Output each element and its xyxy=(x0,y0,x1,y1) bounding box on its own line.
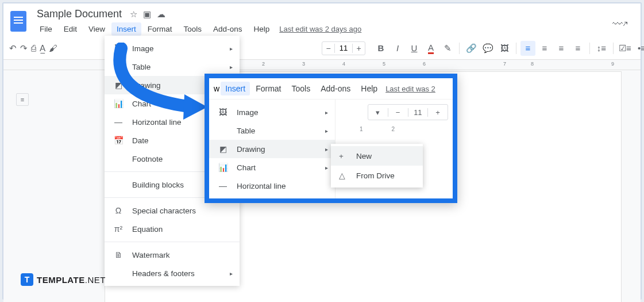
separator xyxy=(613,43,614,54)
bold-button[interactable]: B xyxy=(373,41,388,56)
align-justify-button[interactable]: ≡ xyxy=(570,41,585,56)
last-edit-link[interactable]: Last edit was 2 days ago xyxy=(279,25,361,33)
font-size-value[interactable]: 11 xyxy=(335,44,352,52)
paint-format-button[interactable]: 🖌 xyxy=(49,41,57,56)
underline-button[interactable]: U xyxy=(407,41,422,56)
print-button[interactable]: ⎙ xyxy=(31,41,36,56)
ruler[interactable]: 2 3 4 5 6 7 8 9 xyxy=(3,60,641,70)
move-icon[interactable]: ▣ xyxy=(143,9,151,20)
label: Drawing xyxy=(132,81,161,90)
align-center-button[interactable]: ≡ xyxy=(537,41,552,56)
callout-insert-drawing[interactable]: ◩ Drawing ▸ xyxy=(209,140,335,158)
dropdown-arrow-icon[interactable]: ▾ xyxy=(368,108,388,117)
label: Footnote xyxy=(132,155,163,163)
spellcheck-button[interactable]: A̲ xyxy=(40,41,45,56)
menu-edit[interactable]: Edit xyxy=(59,22,82,36)
table-icon: ▦ xyxy=(113,61,124,72)
blank-icon xyxy=(113,153,124,165)
menu-insert[interactable]: Insert xyxy=(111,22,141,36)
label: Image xyxy=(132,44,154,53)
highlight-button[interactable]: ✎ xyxy=(440,41,455,56)
chart-icon: 📊 xyxy=(217,162,229,173)
redo-button[interactable]: ↷ xyxy=(20,41,28,56)
template-net-logo: T TEMPLATE.NET xyxy=(21,273,106,286)
callout-menu-addons[interactable]: Add-ons xyxy=(316,82,355,95)
menu-view[interactable]: View xyxy=(83,22,110,36)
watermark-icon: 🗎 xyxy=(113,249,124,261)
undo-button[interactable]: ↶ xyxy=(9,41,17,56)
label: Building blocks xyxy=(132,181,184,189)
font-size-decrease[interactable]: − xyxy=(388,108,408,117)
insert-special-characters[interactable]: Ω Special characters xyxy=(105,201,240,220)
label: Chart xyxy=(132,100,151,108)
insert-image-button[interactable]: 🖼 xyxy=(497,41,512,56)
blank-icon xyxy=(113,179,124,190)
docs-icon[interactable] xyxy=(10,11,26,32)
menu-file[interactable]: File xyxy=(34,22,57,36)
callout-insert-dropdown: 🖼 Image ▸ Table ▸ ◩ Drawing ▸ 📊 Chart xyxy=(209,100,336,198)
italic-button[interactable]: I xyxy=(390,41,405,56)
align-right-button[interactable]: ≡ xyxy=(554,41,569,56)
insert-equation[interactable]: π² Equation xyxy=(105,220,240,238)
font-size-control[interactable]: − 11 + xyxy=(322,41,365,55)
insert-link-button[interactable]: 🔗 xyxy=(464,41,479,56)
cloud-status-icon[interactable]: ☁ xyxy=(157,9,165,20)
menu-view-partial: w xyxy=(214,84,219,93)
date-icon: 📅 xyxy=(113,135,124,146)
callout-font-size-control[interactable]: ▾ − 11 + xyxy=(368,104,448,120)
callout-menu-insert[interactable]: Insert xyxy=(221,82,250,95)
outline-toggle-icon[interactable]: ≡ xyxy=(16,93,29,106)
star-icon[interactable]: ☆ xyxy=(130,9,137,20)
menu-tools[interactable]: Tools xyxy=(179,22,207,36)
font-size-value[interactable]: 11 xyxy=(408,108,429,117)
text-color-button[interactable]: A xyxy=(423,41,438,56)
activity-icon[interactable]: 〰↗ xyxy=(612,18,628,30)
label: Chart xyxy=(237,163,256,172)
label: Watermark xyxy=(132,251,170,259)
omega-icon: Ω xyxy=(113,205,124,216)
titlebar: Sample Document ☆ ▣ ☁ File Edit View Ins… xyxy=(3,3,641,37)
document-title[interactable]: Sample Document xyxy=(34,7,124,21)
submenu-arrow-icon: ▸ xyxy=(325,109,328,116)
callout-menu-help[interactable]: Help xyxy=(356,82,382,95)
separator xyxy=(589,43,590,54)
callout-insert-table[interactable]: Table ▸ xyxy=(209,121,335,140)
callout-insert-image[interactable]: 🖼 Image ▸ xyxy=(209,103,335,121)
bulleted-list-button[interactable]: •≡ xyxy=(634,41,644,56)
label: Table xyxy=(237,127,255,135)
checklist-button[interactable]: ☑≡ xyxy=(618,41,633,56)
blank-icon xyxy=(113,267,124,279)
insert-image[interactable]: 🖼 Image ▸ xyxy=(105,39,240,58)
font-size-increase[interactable]: + xyxy=(428,108,448,117)
line-spacing-button[interactable]: ↕≡ xyxy=(594,41,609,56)
callout-menu-tools[interactable]: Tools xyxy=(287,82,315,95)
callout-lastedit[interactable]: Last edit was 2 xyxy=(385,85,435,93)
menu-format[interactable]: Format xyxy=(142,22,178,36)
callout-insert-hline[interactable]: — Horizontal line xyxy=(209,177,335,195)
insert-watermark[interactable]: 🗎 Watermark xyxy=(105,246,240,264)
label: Image xyxy=(237,108,259,117)
comment-button[interactable]: 💬 xyxy=(480,41,495,56)
drawing-new[interactable]: + New xyxy=(331,146,423,166)
image-icon: 🖼 xyxy=(113,43,124,54)
callout-insert-chart[interactable]: 📊 Chart ▸ xyxy=(209,158,335,177)
callout-menu-format[interactable]: Format xyxy=(251,82,286,95)
font-size-decrease[interactable]: − xyxy=(322,44,335,53)
drawing-icon: ◩ xyxy=(113,79,124,91)
label: Date xyxy=(132,136,149,145)
insert-headers-footers[interactable]: Headers & footers ▸ xyxy=(105,264,240,282)
menu-addons[interactable]: Add-ons xyxy=(208,22,247,36)
font-size-increase[interactable]: + xyxy=(352,44,365,53)
callout-menubar: w Insert Format Tools Add-ons Help Last … xyxy=(209,78,453,100)
menu-divider xyxy=(105,242,240,242)
menu-help[interactable]: Help xyxy=(248,22,275,36)
drawing-from-drive[interactable]: △ From Drive xyxy=(331,166,423,185)
submenu-arrow-icon: ▸ xyxy=(325,165,328,171)
drawing-icon: ◩ xyxy=(217,143,229,155)
submenu-arrow-icon: ▸ xyxy=(230,45,233,52)
chart-icon: 📊 xyxy=(113,98,124,109)
label: Table xyxy=(132,63,151,71)
align-left-button[interactable]: ≡ xyxy=(520,41,535,56)
ruler-tick: 2 xyxy=(392,126,395,132)
drive-icon: △ xyxy=(339,171,349,180)
